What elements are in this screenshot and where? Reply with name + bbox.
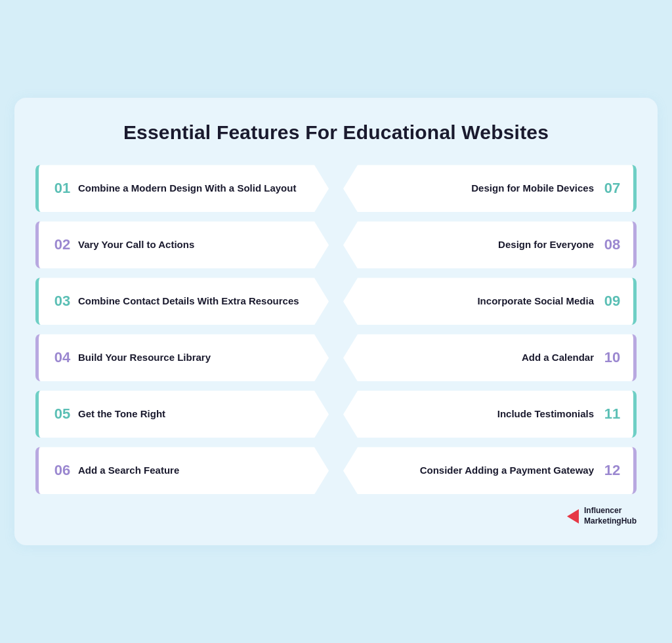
item-label: Add a Calendar [343, 342, 600, 373]
feature-item-left: 03 Combine Contact Details With Extra Re… [35, 278, 329, 325]
item-number: 03 [39, 293, 74, 310]
item-number: 06 [39, 462, 74, 479]
item-number: 04 [39, 349, 74, 366]
item-label: Consider Adding a Payment Gateway [343, 455, 600, 486]
feature-item-right: Incorporate Social Media 09 [343, 278, 637, 325]
item-number: 11 [600, 405, 633, 423]
branding-logo: Influencer MarketingHub [567, 506, 637, 526]
item-label: Build Your Resource Library [74, 342, 230, 373]
feature-item-left: 06 Add a Search Feature [35, 447, 329, 494]
item-number: 12 [600, 462, 633, 479]
item-number: 08 [600, 236, 633, 253]
item-number: 05 [39, 405, 74, 423]
branding-line2: MarketingHub [584, 516, 637, 527]
branding-line1: Influencer [584, 506, 637, 516]
item-label: Design for Everyone [343, 229, 600, 260]
item-label: Vary Your Call to Actions [74, 229, 214, 260]
page-title: Essential Features For Educational Websi… [35, 121, 637, 144]
feature-item-right: Design for Everyone 08 [343, 221, 637, 268]
item-label: Add a Search Feature [74, 455, 199, 486]
item-label: Include Testimonials [343, 398, 600, 430]
item-number: 02 [39, 236, 74, 253]
item-label: Design for Mobile Devices [343, 173, 600, 204]
feature-item-right: Include Testimonials 11 [343, 390, 637, 438]
feature-item-left: 02 Vary Your Call to Actions [35, 221, 329, 268]
main-card: Essential Features For Educational Websi… [14, 98, 658, 545]
feature-item-left: 05 Get the Tone Right [35, 390, 329, 438]
item-label: Incorporate Social Media [343, 285, 600, 317]
branding-triangle-icon [567, 509, 579, 524]
item-number: 07 [600, 180, 633, 197]
item-number: 09 [600, 293, 633, 310]
feature-item-right: Design for Mobile Devices 07 [343, 165, 637, 212]
feature-item-left: 04 Build Your Resource Library [35, 334, 329, 381]
feature-item-right: Consider Adding a Payment Gateway 12 [343, 447, 637, 494]
item-label: Combine a Modern Design With a Solid Lay… [74, 173, 316, 204]
item-label: Combine Contact Details With Extra Resou… [74, 285, 319, 317]
feature-item-right: Add a Calendar 10 [343, 334, 637, 381]
branding-area: Influencer MarketingHub [35, 506, 637, 526]
features-grid: 01 Combine a Modern Design With a Solid … [35, 165, 637, 494]
item-label: Get the Tone Right [74, 398, 185, 430]
item-number: 10 [600, 349, 633, 366]
feature-item-left: 01 Combine a Modern Design With a Solid … [35, 165, 329, 212]
item-number: 01 [39, 180, 74, 197]
branding-text: Influencer MarketingHub [584, 506, 637, 526]
